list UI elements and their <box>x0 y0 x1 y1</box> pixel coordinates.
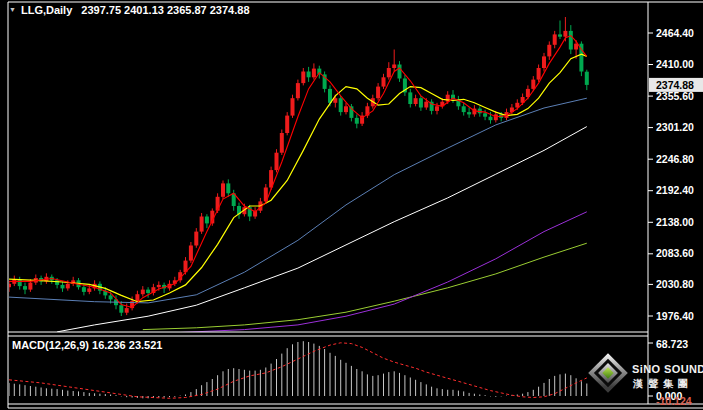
price-axis-label: 1976.40 <box>656 310 694 322</box>
price-axis-label: 2030.80 <box>656 278 694 290</box>
macd-indicator-label: MACD(12,26,9) 16.236 23.521 <box>12 339 162 351</box>
macd-axis-max: 68.723 <box>656 338 688 350</box>
price-axis-label: 2464.40 <box>656 27 694 39</box>
macd-axis-min: -10.124 <box>656 395 692 407</box>
brand-name: SiNO SOUND <box>632 363 703 375</box>
brand-name-chinese: 漢聲集團 <box>633 377 693 391</box>
chart-dropdown-icon[interactable]: ▼ <box>9 3 16 17</box>
chart-titlebar: ▼ LLG,Daily 2397.75 2401.13 2365.87 2374… <box>9 3 250 17</box>
ma-purple-slow <box>180 212 587 333</box>
trading-chart-window: 2464.402410.002355.602301.202246.802192.… <box>0 0 703 410</box>
candlesticks <box>7 17 589 316</box>
price-axis-label: 2083.60 <box>656 247 694 259</box>
chart-ohlc-values: 2397.75 2401.13 2365.87 2374.88 <box>81 4 249 16</box>
price-axis-label: 2192.40 <box>656 184 694 196</box>
price-axis-label: 2246.80 <box>656 153 694 165</box>
price-axis-label: 2138.00 <box>656 216 694 228</box>
brand-logo-icon <box>588 353 628 393</box>
current-price-label: 2374.88 <box>656 79 694 91</box>
price-axis-label: 2301.20 <box>656 121 694 133</box>
chart-symbol-period: LLG,Daily <box>21 4 72 16</box>
price-axis-label: 2410.00 <box>656 58 694 70</box>
brand-watermark: SiNO SOUND 漢聲集團 <box>590 352 703 400</box>
